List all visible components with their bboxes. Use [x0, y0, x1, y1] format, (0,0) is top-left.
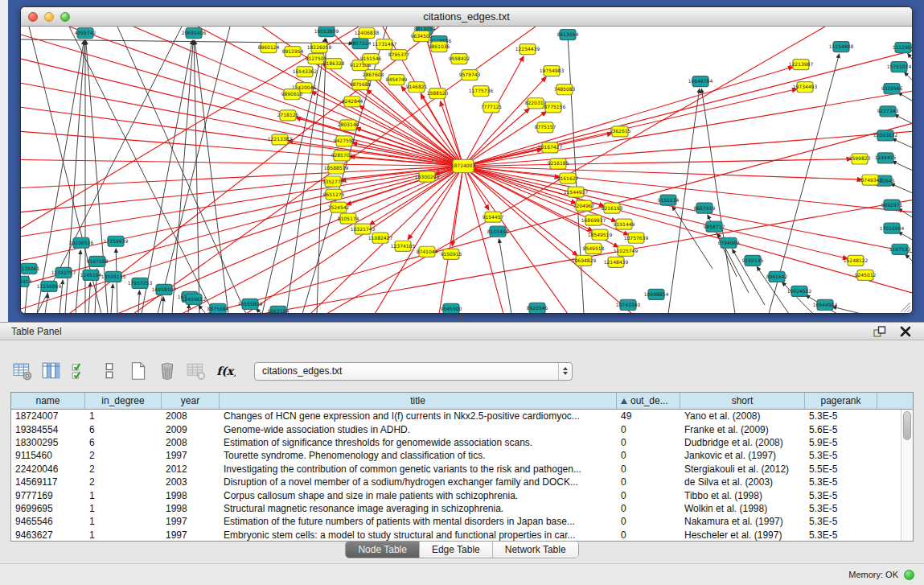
column-header-short[interactable]: short [680, 393, 805, 409]
delete-table-icon[interactable] [156, 360, 178, 382]
graph-node[interactable]: 1112904 [893, 43, 912, 53]
graph-edge[interactable] [463, 166, 503, 314]
graph-node[interactable]: 12374105 [391, 241, 416, 251]
graph-node[interactable]: 9150915 [441, 249, 462, 259]
graph-node[interactable]: 19734493 [793, 82, 818, 93]
graph-node[interactable]: 9151546 [360, 54, 382, 64]
graph-node[interactable]: 16648784 [688, 76, 713, 87]
graph-edge[interactable] [199, 306, 206, 314]
graph-node[interactable]: 7524542 [328, 202, 350, 212]
graph-node[interactable]: 10757639 [624, 233, 649, 243]
graph-node[interactable]: 9890610 [281, 89, 303, 100]
graph-node[interactable]: 12342757 [51, 267, 76, 278]
network-canvas-area[interactable]: 4055742206914061605380978572248813054192… [21, 27, 912, 314]
graph-node[interactable]: 11082427 [368, 233, 393, 243]
close-panel-icon[interactable] [898, 325, 913, 338]
graph-edge[interactable] [895, 115, 912, 124]
graph-node[interactable]: 8651275 [323, 189, 345, 200]
table-row[interactable]: 946554611997Estimation of the future num… [11, 515, 913, 528]
graph-node[interactable]: 1244415 [875, 153, 897, 163]
graph-node[interactable]: 8613054 [557, 30, 579, 40]
graph-node[interactable]: 12406838 [355, 28, 380, 39]
graph-edge[interactable] [439, 166, 463, 314]
graph-edge[interactable] [905, 72, 912, 80]
graph-edge[interactable] [21, 83, 463, 166]
graph-node[interactable]: 11775736 [469, 86, 494, 97]
graph-edge[interactable] [463, 159, 851, 167]
graph-node[interactable]: 9150134 [658, 195, 680, 205]
tab-network-table[interactable]: Network Table [493, 542, 578, 558]
graph-node[interactable]: 17957253 [128, 278, 153, 288]
column-header-pagerank[interactable]: pagerank [805, 393, 877, 409]
row-height-icon[interactable] [98, 360, 120, 382]
graph-node[interactable]: 11156869 [37, 281, 62, 291]
table-row[interactable]: 946362711997Embryonic stem cells: a mode… [11, 529, 913, 541]
graph-node[interactable]: 9245012 [855, 270, 877, 280]
new-table-icon[interactable] [127, 360, 149, 382]
graph-node[interactable]: 9227343 [877, 106, 899, 117]
graph-node[interactable]: 9545900 [441, 303, 462, 314]
graph-node[interactable]: 18549519 [588, 229, 613, 240]
network-canvas[interactable]: 4055742206914061605380978572248813054192… [21, 27, 912, 314]
graph-node[interactable]: 8795377 [388, 50, 410, 60]
window-titlebar[interactable]: citations_edges.txt [21, 7, 912, 27]
column-header-year[interactable]: year [162, 393, 220, 409]
graph-node[interactable]: 8920546 [527, 303, 548, 313]
graph-edge[interactable] [833, 307, 861, 314]
graph-edge[interactable] [463, 67, 792, 166]
graph-node[interactable]: 8912954 [282, 47, 304, 57]
graph-node[interactable]: 8741044 [417, 246, 438, 257]
table-row[interactable]: 969969511998Structural magnetic resonanc… [11, 502, 913, 515]
scrollbar-thumb[interactable] [903, 411, 911, 440]
graph-node[interactable]: 16944564 [813, 299, 838, 310]
graph-node[interactable]: 8875684 [207, 303, 229, 314]
table-row[interactable]: 1872400712008Changes of HCN gene express… [11, 410, 913, 422]
table-row[interactable]: 1938455462009Genome-wide association stu… [11, 422, 913, 435]
graph-edge[interactable] [262, 39, 325, 314]
graph-node[interactable]: 11025749 [614, 245, 639, 256]
graph-node[interactable]: 8186328 [323, 59, 345, 69]
graph-node[interactable]: 15751074 [887, 62, 912, 72]
graph-node[interactable]: 17359939 [104, 236, 129, 246]
graph-node[interactable]: 9151449 [614, 219, 635, 229]
select-visible-columns-icon[interactable] [69, 360, 91, 382]
graph-node[interactable]: 2867608 [363, 70, 384, 80]
table-selector-dropdown[interactable]: citations_edges.txt [254, 362, 573, 381]
graph-node[interactable]: 1135061 [21, 263, 40, 274]
graph-node[interactable]: 9154457 [483, 212, 504, 222]
graph-node[interactable]: 9634508 [411, 31, 433, 42]
graph-node[interactable]: 9150135 [742, 255, 764, 266]
graph-edge[interactable] [906, 255, 912, 261]
graph-node[interactable]: 10321743 [351, 224, 376, 234]
graph-node[interactable]: 1362615 [610, 126, 631, 137]
graph-node[interactable]: 9875685 [350, 80, 372, 90]
graph-node[interactable]: 3352775 [322, 176, 344, 187]
graph-edge[interactable] [117, 27, 246, 314]
function-builder-icon[interactable]: f(x) [214, 360, 236, 382]
graph-node[interactable]: 20206536 [69, 237, 94, 248]
graph-node[interactable]: 8103458 [487, 226, 509, 237]
graph-node[interactable]: 9329966 [881, 84, 903, 94]
graph-node[interactable]: 8216193 [602, 203, 623, 213]
graph-node[interactable]: 9692971 [881, 200, 903, 210]
resize-grip-icon[interactable] [901, 303, 910, 312]
graph-node[interactable]: 9242844 [342, 97, 363, 107]
graph-node[interactable]: 8454749 [386, 75, 408, 85]
graph-node[interactable]: 10565809 [238, 299, 263, 309]
graph-node[interactable]: 9427552 [334, 136, 355, 146]
graph-node[interactable]: 3915914 [21, 276, 32, 286]
graph-node[interactable]: 9063184 [268, 306, 290, 314]
graph-node[interactable]: 8667919 [694, 203, 716, 213]
graph-edge[interactable] [76, 251, 80, 314]
table-settings-icon[interactable] [11, 360, 33, 382]
graph-node[interactable]: 18226058 [307, 43, 332, 53]
table-row[interactable]: 911546021997Tourette syndrome. Phenomeno… [11, 449, 913, 462]
table-row[interactable]: 1830029562008Estimation of significance … [11, 436, 913, 449]
graph-node[interactable]: 2718126 [277, 110, 299, 121]
tab-edge-table[interactable]: Edge Table [420, 542, 493, 558]
table-row[interactable]: 977716911998Corpus callosum shape and si… [11, 488, 913, 501]
graph-node[interactable]: 7204967 [573, 200, 595, 211]
table-row[interactable]: 2242004622012Investigating the contribut… [11, 463, 913, 476]
graph-edge[interactable] [891, 183, 912, 192]
graph-node[interactable]: 8549518 [583, 243, 605, 253]
